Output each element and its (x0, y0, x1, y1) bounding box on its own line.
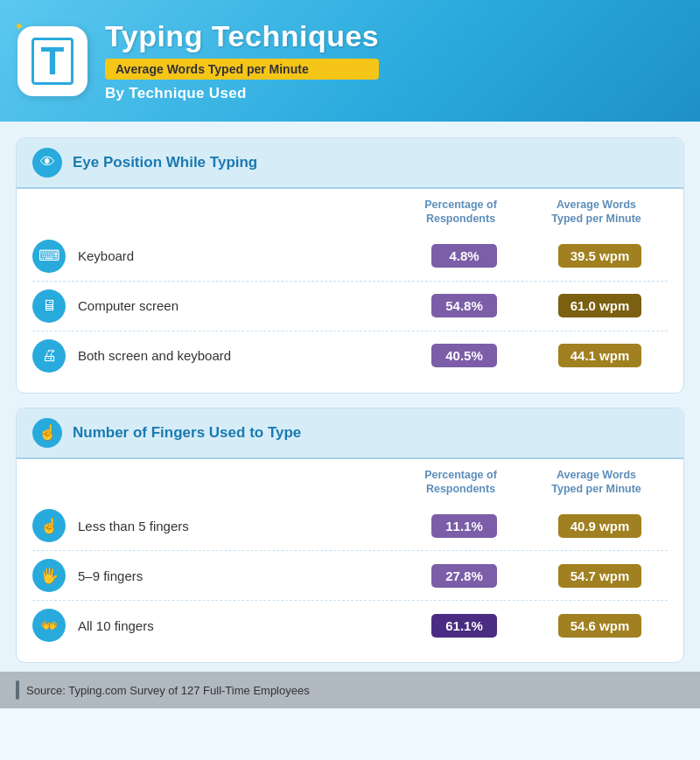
table-row: 🖥 Computer screen 54.8% 61.0 wpm (32, 282, 668, 331)
table-row: ⌨ Keyboard 4.8% 39.5 wpm (32, 232, 668, 282)
5to9-icon: 🖐 (32, 559, 66, 592)
wpm-badge: 54.7 wpm (558, 564, 642, 588)
fingers-col2-header: Average WordsTyped per Minute (528, 468, 664, 497)
row-pct: 54.8% (396, 294, 532, 317)
table-row: 👐 All 10 fingers 61.1% 54.6 wpm (32, 601, 668, 650)
row-wpm: 40.9 wpm (532, 514, 668, 538)
fingers-table: Percentage ofRespondents Average WordsTy… (17, 459, 683, 663)
logo: T (18, 26, 88, 96)
row-wpm: 61.0 wpm (532, 294, 668, 317)
row-pct: 4.8% (396, 244, 532, 268)
footer: Source: Typing.com Survey of 127 Full-Ti… (0, 672, 700, 708)
wpm-badge: 61.0 wpm (558, 294, 642, 317)
pct-badge: 61.1% (431, 614, 497, 638)
pct-badge: 4.8% (431, 244, 497, 268)
wpm-badge: 39.5 wpm (558, 244, 642, 268)
row-wpm: 54.7 wpm (532, 564, 668, 588)
pct-badge: 11.1% (431, 514, 497, 538)
row-pct: 27.8% (396, 564, 532, 588)
section-eye-header: 👁 Eye Position While Typing (17, 138, 683, 189)
row-wpm: 54.6 wpm (532, 614, 668, 638)
main-content: 👁 Eye Position While Typing Percentage o… (0, 122, 700, 672)
wpm-badge: 54.6 wpm (558, 614, 642, 638)
finger-icon: ☝ (32, 418, 62, 448)
row-label: Less than 5 fingers (78, 519, 396, 533)
eye-col-headers: Percentage ofRespondents Average WordsTy… (32, 198, 668, 227)
page-header: T Typing Techniques Average Words Typed … (0, 0, 700, 122)
footer-source: Source: Typing.com Survey of 127 Full-Ti… (26, 684, 310, 697)
pct-badge: 40.5% (431, 344, 497, 367)
row-label: 5–9 fingers (78, 568, 396, 583)
row-label: Keyboard (78, 248, 396, 263)
eye-col1-header: Percentage ofRespondents (393, 198, 528, 227)
section-fingers: ☝ Number of Fingers Used to Type Percent… (16, 408, 684, 664)
table-row: ☝ Less than 5 fingers 11.1% 40.9 wpm (32, 501, 668, 551)
section-fingers-title: Number of Fingers Used to Type (73, 424, 301, 442)
row-label: Both screen and keyboard (78, 348, 396, 363)
section-eye-title: Eye Position While Typing (73, 154, 257, 171)
page-title: Typing Techniques (105, 19, 379, 53)
section-eye-position: 👁 Eye Position While Typing Percentage o… (16, 137, 684, 394)
row-pct: 11.1% (396, 514, 532, 538)
row-wpm: 44.1 wpm (532, 344, 668, 367)
wpm-badge: 40.9 wpm (558, 514, 642, 538)
screen-icon: 🖥 (32, 289, 66, 323)
footer-bar (16, 680, 19, 700)
wpm-badge: 44.1 wpm (558, 344, 642, 367)
row-pct: 61.1% (396, 614, 532, 638)
all10-icon: 👐 (32, 609, 66, 642)
fingers-col-headers: Percentage ofRespondents Average WordsTy… (32, 468, 668, 497)
less5-icon: ☝ (32, 509, 66, 542)
row-wpm: 39.5 wpm (532, 244, 668, 268)
pct-badge: 27.8% (431, 564, 497, 588)
table-row: 🖐 5–9 fingers 27.8% 54.7 wpm (32, 551, 668, 601)
row-pct: 40.5% (396, 344, 532, 367)
eye-icon: 👁 (32, 148, 62, 178)
eye-table: Percentage ofRespondents Average WordsTy… (17, 189, 683, 393)
row-label: All 10 fingers (78, 618, 396, 633)
header-badge: Average Words Typed per Minute (105, 59, 379, 80)
eye-col2-header: Average WordsTyped per Minute (528, 198, 664, 227)
row-label: Computer screen (78, 298, 396, 313)
fingers-col1-header: Percentage ofRespondents (393, 468, 528, 497)
header-subtitle: By Technique Used (105, 85, 379, 102)
table-row: 🖨 Both screen and keyboard 40.5% 44.1 wp… (32, 331, 668, 380)
section-fingers-header: ☝ Number of Fingers Used to Type (17, 408, 683, 459)
header-text-block: Typing Techniques Average Words Typed pe… (105, 19, 379, 102)
keyboard-icon: ⌨ (32, 240, 66, 273)
pct-badge: 54.8% (431, 294, 497, 317)
both-icon: 🖨 (32, 339, 66, 373)
logo-letter: T (32, 38, 74, 85)
